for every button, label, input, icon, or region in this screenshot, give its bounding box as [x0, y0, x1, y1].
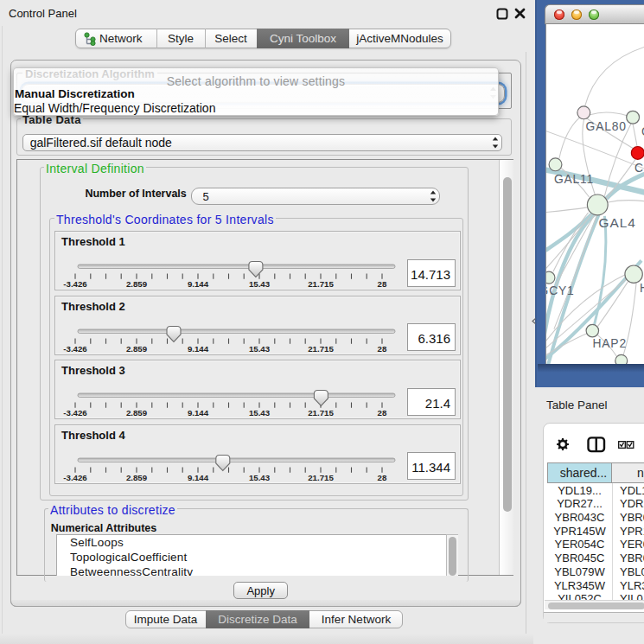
svg-text:21.715: 21.715 [308, 279, 334, 289]
svg-text:GAL11: GAL11 [554, 172, 594, 186]
svg-text:9.144: 9.144 [188, 343, 209, 353]
svg-text:2.859: 2.859 [126, 343, 148, 353]
svg-text:-3.426: -3.426 [63, 472, 87, 481]
svg-text:-3.426: -3.426 [63, 343, 87, 353]
svg-text:9.144: 9.144 [188, 408, 209, 418]
svg-text:2.859: 2.859 [126, 408, 148, 418]
svg-text:-3.426: -3.426 [63, 408, 87, 418]
svg-text:H: H [640, 281, 644, 295]
svg-text:9.144: 9.144 [188, 279, 209, 289]
svg-text:GCY1: GCY1 [545, 284, 574, 297]
svg-text:15.43: 15.43 [249, 343, 271, 353]
svg-text:28: 28 [378, 408, 387, 418]
svg-text:21.715: 21.715 [308, 472, 334, 481]
svg-text:C: C [634, 161, 644, 175]
svg-text:2.859: 2.859 [126, 279, 148, 289]
svg-text:21.715: 21.715 [308, 408, 334, 418]
svg-text:-3.426: -3.426 [63, 279, 87, 289]
svg-text:9.144: 9.144 [188, 472, 209, 481]
svg-text:28: 28 [378, 472, 387, 481]
svg-text:GAL80: GAL80 [586, 119, 627, 133]
svg-text:2.859: 2.859 [126, 472, 148, 481]
svg-text:HAP2: HAP2 [593, 336, 627, 350]
svg-text:15.43: 15.43 [249, 279, 271, 289]
svg-text:28: 28 [378, 279, 387, 289]
svg-text:15.43: 15.43 [249, 472, 271, 481]
svg-text:21.715: 21.715 [308, 343, 334, 353]
svg-text:28: 28 [378, 343, 387, 353]
svg-text:15.43: 15.43 [249, 408, 271, 418]
svg-text:GAL4: GAL4 [598, 215, 635, 230]
